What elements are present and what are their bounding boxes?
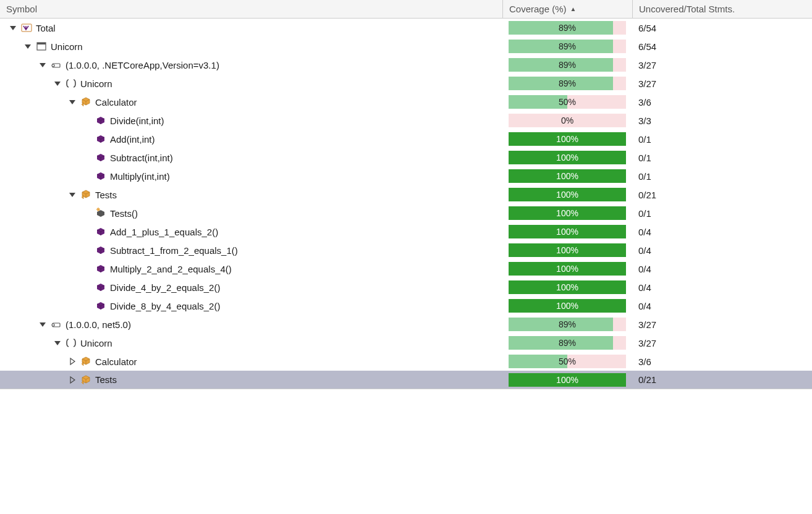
expander-expanded-icon[interactable] <box>53 339 62 347</box>
stmts-value: 0/4 <box>638 264 651 274</box>
symbol-label: Unicorn <box>51 41 83 52</box>
coverage-bar: 100% <box>509 169 626 183</box>
expander-expanded-icon[interactable] <box>38 61 47 69</box>
symbol-cell: Multiply_2_and_2_equals_4() <box>0 259 502 278</box>
tree-row[interactable]: Unicorn89%6/54 <box>0 37 812 56</box>
expander-collapsed-icon[interactable] <box>68 357 77 366</box>
expander-expanded-icon[interactable] <box>9 23 17 32</box>
method-icon <box>95 300 106 311</box>
coverage-percent-label: 89% <box>559 319 576 329</box>
stmts-value: 3/27 <box>638 60 656 70</box>
tree-row[interactable]: Divide_8_by_4_equals_2()100%0/4 <box>0 297 812 315</box>
header-symbol[interactable]: Symbol <box>0 0 502 19</box>
tree-row[interactable]: Subtract(int,int)100%0/1 <box>0 148 812 167</box>
coverage-percent-label: 100% <box>556 264 578 274</box>
stmts-cell: 3/27 <box>632 315 812 334</box>
stmts-cell: 0/1 <box>632 130 812 148</box>
stmts-value: 0/4 <box>638 301 651 311</box>
symbol-label: Calculator <box>95 97 137 107</box>
tree-row[interactable]: Calculator50%3/6 <box>0 93 812 111</box>
expander-expanded-icon[interactable] <box>53 79 62 88</box>
class-icon <box>80 356 91 367</box>
coverage-percent-label: 89% <box>559 78 576 88</box>
symbol-label: Subtract(int,int) <box>110 153 173 163</box>
coverage-percent-label: 100% <box>556 282 578 292</box>
tree-row[interactable]: Add_1_plus_1_equals_2()100%0/4 <box>0 222 812 241</box>
tree-row[interactable]: (1.0.0.0, .NETCoreApp,Version=v3.1)89%3/… <box>0 56 812 74</box>
symbol-label: Tests() <box>110 208 138 219</box>
symbol-cell: Add(int,int) <box>0 130 502 148</box>
stmts-cell: 0/4 <box>632 278 812 297</box>
header-symbol-label: Symbol <box>6 4 37 14</box>
tree-row[interactable]: Total89%6/54 <box>0 19 812 37</box>
symbol-label: Unicorn <box>80 78 112 89</box>
tree-row[interactable]: Divide(int,int)0%3/3 <box>0 111 812 130</box>
symbol-label: Total <box>36 23 56 33</box>
coverage-percent-label: 89% <box>559 41 576 51</box>
coverage-percent-label: 89% <box>559 23 576 33</box>
header-coverage-label: Coverage (%) <box>509 4 567 14</box>
coverage-bar: 100% <box>509 373 626 387</box>
tree-row[interactable]: Multiply_2_and_2_equals_4()100%0/4 <box>0 259 812 278</box>
tree-row[interactable]: Tests100%0/21 <box>0 371 812 389</box>
coverage-bar: 100% <box>509 132 626 146</box>
coverage-percent-label: 50% <box>559 356 576 366</box>
stmts-cell: 3/27 <box>632 74 812 93</box>
coverage-cell: 100% <box>502 278 632 297</box>
assembly-icon <box>51 319 62 330</box>
symbol-cell: Tests <box>0 185 502 204</box>
expander-expanded-icon[interactable] <box>68 190 77 199</box>
coverage-cell: 100% <box>502 148 632 167</box>
stmts-cell: 6/54 <box>632 19 812 37</box>
coverage-cell: 50% <box>502 352 632 371</box>
coverage-cell: 100% <box>502 259 632 278</box>
expander-collapsed-icon[interactable] <box>68 376 77 384</box>
method-icon <box>95 282 106 293</box>
coverage-bar: 89% <box>509 77 626 90</box>
coverage-percent-label: 100% <box>556 171 578 181</box>
tree-row[interactable]: Calculator50%3/6 <box>0 352 812 371</box>
coverage-cell: 0% <box>502 111 632 130</box>
header-coverage[interactable]: Coverage (%) ▲ <box>502 0 632 19</box>
stmts-cell: 0/21 <box>632 371 812 389</box>
rows-container: Total89%6/54Unicorn89%6/54(1.0.0.0, .NET… <box>0 19 812 389</box>
expander-expanded-icon[interactable] <box>23 42 32 51</box>
tree-row[interactable]: Tests100%0/21 <box>0 185 812 204</box>
tree-row[interactable]: Unicorn89%3/27 <box>0 334 812 352</box>
expander-expanded-icon[interactable] <box>38 320 47 329</box>
coverage-percent-label: 100% <box>556 301 578 311</box>
symbol-label: Add(int,int) <box>110 134 155 145</box>
coverage-tree-grid: Symbol Coverage (%) ▲ Uncovered/Total St… <box>0 0 812 19</box>
tree-row[interactable]: Add(int,int)100%0/1 <box>0 130 812 148</box>
coverage-percent-label: 100% <box>556 227 578 237</box>
coverage-percent-label: 50% <box>559 97 576 107</box>
stmts-value: 3/27 <box>638 78 656 89</box>
coverage-bar: 89% <box>509 318 626 331</box>
symbol-cell: Divide_4_by_2_equals_2() <box>0 278 502 297</box>
header-stmts[interactable]: Uncovered/Total Stmts. <box>632 0 812 19</box>
coverage-cell: 89% <box>502 56 632 74</box>
tree-row[interactable]: Multiply(int,int)100%0/1 <box>0 167 812 185</box>
symbol-cell: Multiply(int,int) <box>0 167 502 185</box>
coverage-bar: 0% <box>509 114 626 127</box>
method-icon <box>95 245 106 256</box>
tree-row[interactable]: Unicorn89%3/27 <box>0 74 812 93</box>
coverage-bar: 100% <box>509 206 626 220</box>
stmts-cell: 0/1 <box>632 148 812 167</box>
coverage-percent-label: 89% <box>559 60 576 70</box>
tree-row[interactable]: (1.0.0.0, net5.0)89%3/27 <box>0 315 812 334</box>
symbol-label: (1.0.0.0, net5.0) <box>66 319 131 330</box>
expander-expanded-icon[interactable] <box>68 98 77 106</box>
symbol-cell: Subtract_1_from_2_equals_1() <box>0 241 502 259</box>
stmts-value: 0/21 <box>638 190 656 200</box>
tree-row[interactable]: Tests()100%0/1 <box>0 204 812 222</box>
coverage-cell: 100% <box>502 371 632 389</box>
method-icon <box>95 226 106 237</box>
stmts-value: 6/54 <box>638 41 656 52</box>
method-icon <box>95 133 106 145</box>
symbol-label: Divide_4_by_2_equals_2() <box>110 282 220 293</box>
tree-row[interactable]: Divide_4_by_2_equals_2()100%0/4 <box>0 278 812 297</box>
stmts-cell: 6/54 <box>632 37 812 56</box>
tree-row[interactable]: Subtract_1_from_2_equals_1()100%0/4 <box>0 241 812 259</box>
stmts-cell: 0/4 <box>632 259 812 278</box>
